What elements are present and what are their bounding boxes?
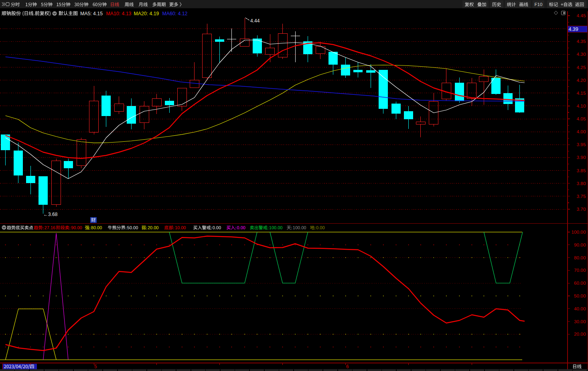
- svg-text:MA5: 4.15: MA5: 4.15: [80, 11, 103, 16]
- svg-text:MA20: 4.19: MA20: 4.19: [134, 11, 159, 16]
- svg-text:3.85: 3.85: [577, 168, 586, 173]
- svg-text:27.16: 27.16: [45, 225, 56, 230]
- svg-text:4.44: 4.44: [250, 18, 260, 24]
- svg-text:40.00: 40.00: [574, 306, 586, 312]
- svg-text:4.20: 4.20: [577, 77, 586, 83]
- svg-text:90.00: 90.00: [71, 225, 82, 230]
- svg-text:4.10: 4.10: [577, 103, 586, 109]
- svg-text:3.95: 3.95: [577, 142, 586, 147]
- svg-text:60.00: 60.00: [574, 280, 586, 286]
- svg-text:3.70: 3.70: [577, 206, 586, 212]
- svg-text:10.00: 10.00: [175, 225, 186, 230]
- svg-text:5: 5: [94, 364, 97, 369]
- svg-text:4.25: 4.25: [577, 65, 586, 70]
- svg-text:100.00: 100.00: [571, 229, 586, 235]
- svg-text:3.80: 3.80: [577, 181, 586, 186]
- svg-text:30.00: 30.00: [574, 319, 586, 324]
- svg-text:50.00: 50.00: [574, 293, 586, 299]
- svg-text:90.00: 90.00: [574, 242, 586, 248]
- svg-text:F10: F10: [535, 2, 543, 7]
- svg-text:4.45: 4.45: [577, 13, 586, 18]
- svg-text:50.00: 50.00: [127, 225, 138, 230]
- svg-text:3.75: 3.75: [577, 194, 586, 199]
- svg-text:0.00: 0.00: [316, 225, 324, 230]
- svg-text:3.90: 3.90: [577, 155, 586, 160]
- svg-text:20.00: 20.00: [148, 225, 159, 230]
- svg-text:4.15: 4.15: [577, 90, 586, 96]
- svg-text:4.00: 4.00: [577, 129, 586, 135]
- svg-text:0.00: 0.00: [213, 225, 221, 230]
- svg-text:MA10: 4.13: MA10: 4.13: [106, 11, 132, 16]
- svg-text:20.00: 20.00: [574, 331, 586, 337]
- svg-text:6: 6: [346, 364, 349, 369]
- svg-text:4.39: 4.39: [569, 26, 578, 32]
- svg-text:4.30: 4.30: [577, 51, 586, 57]
- svg-text:100.00: 100.00: [269, 225, 283, 230]
- svg-text:←3.68: ←3.68: [43, 212, 58, 217]
- svg-text:MA60: 4.12: MA60: 4.12: [162, 11, 188, 16]
- svg-text:80.00: 80.00: [91, 225, 102, 230]
- svg-text:100.00: 100.00: [293, 225, 306, 230]
- svg-text:70.00: 70.00: [574, 267, 586, 273]
- svg-text:4.35: 4.35: [577, 39, 586, 44]
- svg-text:4.05: 4.05: [577, 116, 586, 122]
- svg-text:0.00: 0.00: [237, 225, 245, 230]
- svg-text:80.00: 80.00: [574, 255, 586, 261]
